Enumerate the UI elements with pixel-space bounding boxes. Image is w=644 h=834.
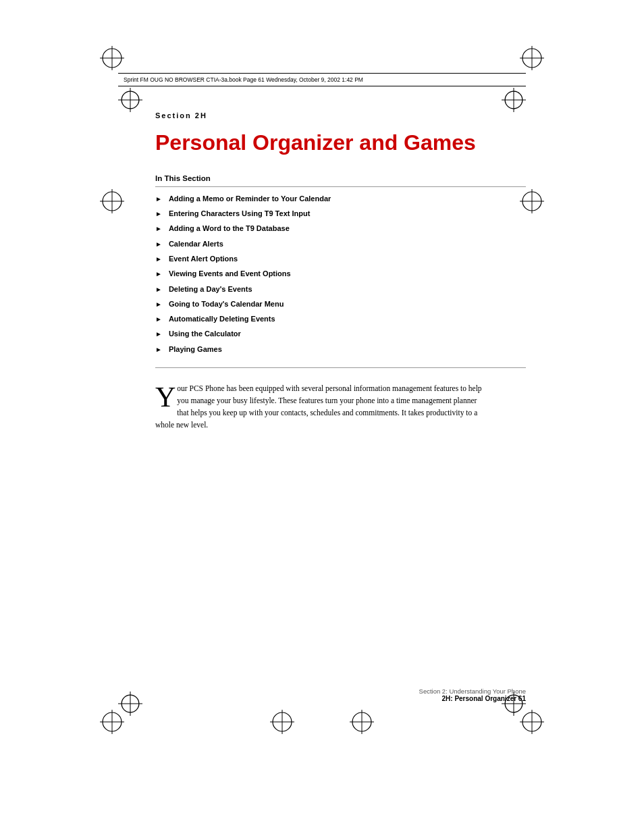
arrow-icon: ► bbox=[155, 300, 162, 309]
toc-item-text: Entering Characters Using T9 Text Input bbox=[169, 209, 310, 218]
reg-mark-tr bbox=[520, 46, 544, 70]
toc-item-text: Automatically Deleting Events bbox=[169, 314, 275, 323]
reg-mark-bml bbox=[270, 710, 294, 734]
drop-cap: Y bbox=[155, 386, 176, 410]
page: Sprint FM OUG NO BROWSER CTIA-3a.book Pa… bbox=[0, 0, 644, 834]
file-info-text: Sprint FM OUG NO BROWSER CTIA-3a.book Pa… bbox=[124, 76, 363, 83]
list-item: ► Playing Games bbox=[155, 344, 526, 354]
toc-item-text: Viewing Events and Event Options bbox=[169, 269, 291, 278]
list-item: ► Event Alert Options bbox=[155, 254, 526, 263]
toc-item-text: Event Alert Options bbox=[169, 254, 238, 263]
arrow-icon: ► bbox=[155, 330, 162, 338]
toc-item-text: Using the Calculator bbox=[169, 329, 241, 338]
list-item: ► Calendar Alerts bbox=[155, 239, 526, 249]
list-item: ► Viewing Events and Event Options bbox=[155, 269, 526, 278]
arrow-icon: ► bbox=[155, 224, 162, 233]
section-label: Section 2H bbox=[155, 111, 526, 120]
list-item: ► Adding a Word to the T9 Database bbox=[155, 224, 526, 233]
footer: Section 2: Understanding Your Phone 2H: … bbox=[155, 687, 526, 702]
toc-item-text: Adding a Memo or Reminder to Your Calend… bbox=[169, 194, 331, 203]
file-info-bar: Sprint FM OUG NO BROWSER CTIA-3a.book Pa… bbox=[118, 73, 526, 86]
arrow-icon: ► bbox=[155, 315, 162, 323]
toc-list: ► Adding a Memo or Reminder to Your Cale… bbox=[155, 194, 526, 368]
main-content: Section 2H Personal Organizer and Games … bbox=[155, 105, 526, 699]
reg-mark-inner-tl bbox=[118, 88, 142, 112]
arrow-icon: ► bbox=[155, 240, 162, 249]
reg-mark-inner-bl bbox=[118, 692, 142, 716]
body-text-content: our PCS Phone has been equipped with sev… bbox=[155, 384, 482, 428]
in-this-section: In This Section ► Adding a Memo or Remin… bbox=[155, 174, 526, 368]
toc-item-text: Adding a Word to the T9 Database bbox=[169, 224, 290, 233]
list-item: ► Deleting a Day's Events bbox=[155, 284, 526, 294]
arrow-icon: ► bbox=[155, 345, 162, 354]
toc-item-text: Playing Games bbox=[169, 344, 222, 354]
list-item: ► Entering Characters Using T9 Text Inpu… bbox=[155, 209, 526, 218]
arrow-icon: ► bbox=[155, 269, 162, 278]
body-text: Your PCS Phone has been equipped with se… bbox=[155, 383, 486, 431]
list-item: ► Adding a Memo or Reminder to Your Cale… bbox=[155, 194, 526, 203]
arrow-icon: ► bbox=[155, 285, 162, 294]
footer-line1: Section 2: Understanding Your Phone bbox=[155, 687, 526, 695]
list-item: ► Going to Today's Calendar Menu bbox=[155, 299, 526, 309]
arrow-icon: ► bbox=[155, 194, 162, 203]
footer-line2: 2H: Personal Organizer 61 bbox=[155, 695, 526, 702]
toc-item-text: Going to Today's Calendar Menu bbox=[169, 299, 284, 309]
list-item: ► Automatically Deleting Events bbox=[155, 314, 526, 323]
reg-mark-bmr bbox=[350, 710, 374, 734]
toc-item-text: Deleting a Day's Events bbox=[169, 284, 252, 294]
toc-item-text: Calendar Alerts bbox=[169, 239, 223, 249]
section-title: Personal Organizer and Games bbox=[155, 130, 526, 155]
reg-mark-tl bbox=[100, 46, 124, 70]
list-item: ► Using the Calculator bbox=[155, 329, 526, 338]
in-this-section-label: In This Section bbox=[155, 174, 526, 187]
arrow-icon: ► bbox=[155, 255, 162, 263]
reg-mark-ml bbox=[100, 189, 124, 213]
arrow-icon: ► bbox=[155, 209, 162, 218]
